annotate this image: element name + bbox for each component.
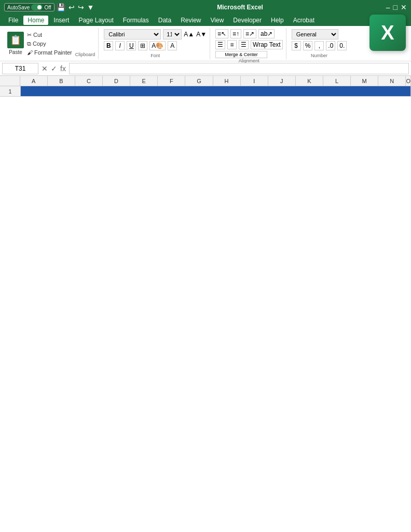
- scissors-icon: ✂: [27, 32, 32, 38]
- col-header-g[interactable]: G: [185, 76, 213, 86]
- menu-home[interactable]: Home: [23, 16, 48, 25]
- menu-view[interactable]: View: [207, 16, 228, 25]
- paste-button[interactable]: 📋 Paste: [7, 32, 24, 55]
- maximize-button[interactable]: □: [393, 3, 398, 11]
- minimize-button[interactable]: –: [386, 3, 390, 11]
- menu-data[interactable]: Data: [154, 16, 175, 25]
- menu-developer[interactable]: Developer: [229, 16, 266, 25]
- title-bar-left: AutoSave Off 💾 ↩ ↪ ▼: [4, 3, 94, 11]
- close-button[interactable]: ✕: [401, 3, 407, 11]
- window-title: Microsoft Excel: [97, 4, 382, 11]
- col-header-j[interactable]: J: [268, 76, 296, 86]
- menu-bar: File Home Insert Page Layout Formulas Da…: [0, 15, 411, 26]
- col-header-k[interactable]: K: [296, 76, 323, 86]
- excel-x-letter: X: [381, 22, 394, 44]
- spreadsheet: 1 Excel 101: [0, 86, 411, 97]
- font-name-select[interactable]: Calibri: [104, 29, 161, 39]
- menu-file[interactable]: File: [4, 16, 22, 25]
- cut-label: Cut: [33, 32, 42, 38]
- align-right-button[interactable]: ☰: [239, 40, 249, 49]
- undo-icon[interactable]: ↩: [68, 3, 75, 11]
- confirm-formula-icon[interactable]: ✓: [51, 64, 57, 73]
- alignment-top-row: ≡↖ ≡↑ ≡↗ ab↗: [215, 29, 283, 38]
- copy-button[interactable]: ⧉ Copy: [26, 40, 73, 48]
- formula-icons: ✕ ✓ fx: [38, 64, 69, 73]
- orientation-button[interactable]: ab↗: [258, 29, 275, 38]
- excel-app: X AutoSave Off 💾 ↩ ↪ ▼ Microsoft Excel –…: [0, 0, 411, 97]
- col-header-e[interactable]: E: [130, 76, 158, 86]
- border-button[interactable]: ⊞: [138, 41, 147, 50]
- cut-button[interactable]: ✂ Cut: [26, 31, 73, 39]
- increase-decimal-button[interactable]: .0: [326, 41, 335, 50]
- menu-insert[interactable]: Insert: [49, 16, 73, 25]
- currency-button[interactable]: $: [292, 41, 301, 50]
- col-header-b[interactable]: B: [48, 76, 75, 86]
- col-header-d[interactable]: D: [103, 76, 130, 86]
- number-format-row: General: [292, 29, 347, 39]
- merge-center-button[interactable]: Merge & Center: [215, 51, 267, 58]
- percent-button[interactable]: %: [303, 41, 313, 50]
- clipboard-small-buttons: ✂ Cut ⧉ Copy 🖌 Format Painter: [26, 31, 73, 56]
- autosave-toggle[interactable]: [31, 4, 43, 10]
- formula-bar: ✕ ✓ fx: [0, 61, 411, 76]
- redo-icon[interactable]: ↪: [78, 3, 84, 11]
- menu-formulas[interactable]: Formulas: [119, 16, 153, 25]
- col-header-c[interactable]: C: [75, 76, 103, 86]
- wrap-text-label: Wrap Text: [253, 41, 281, 48]
- decrease-decimal-button[interactable]: 0.: [337, 41, 347, 50]
- font-size-select[interactable]: 11: [163, 29, 182, 39]
- font-controls: Calibri 11 A▲ A▼ B I U ⊞ A🎨 A: [104, 29, 207, 50]
- italic-button[interactable]: I: [115, 41, 125, 50]
- insert-function-icon[interactable]: fx: [60, 64, 66, 73]
- copy-label: Copy: [33, 41, 46, 47]
- number-format-select[interactable]: General: [292, 29, 338, 39]
- cell-reference-box[interactable]: [2, 63, 38, 74]
- col-header-m[interactable]: M: [351, 76, 378, 86]
- comma-button[interactable]: ,: [314, 41, 324, 50]
- col-header-i[interactable]: I: [241, 76, 268, 86]
- col-header-a[interactable]: A: [20, 76, 48, 86]
- wrap-text-button[interactable]: Wrap Text: [251, 40, 283, 49]
- align-top-center-button[interactable]: ≡↑: [230, 29, 241, 38]
- increase-font-button[interactable]: A▲: [184, 31, 194, 38]
- alignment-bottom-row: ☰ ≡ ☰ Wrap Text: [215, 40, 283, 49]
- col-header-l[interactable]: L: [323, 76, 351, 86]
- col-header-f[interactable]: F: [158, 76, 185, 86]
- formula-input[interactable]: [69, 63, 409, 74]
- save-icon[interactable]: 💾: [57, 3, 65, 11]
- fill-color-button[interactable]: A🎨: [149, 41, 166, 50]
- merge-center-label: Merge & Center: [225, 52, 258, 57]
- align-top-left-button[interactable]: ≡↖: [215, 29, 228, 38]
- number-buttons-row: $ % , .0 0.: [292, 41, 347, 50]
- format-painter-button[interactable]: 🖌 Format Painter: [26, 49, 73, 56]
- menu-review[interactable]: Review: [176, 16, 205, 25]
- toolbar: 📋 Paste ✂ Cut ⧉ Copy 🖌 Format Painter Cl…: [0, 26, 411, 61]
- font-color-button[interactable]: A: [168, 41, 177, 50]
- font-top-row: Calibri 11 A▲ A▼: [104, 29, 207, 39]
- column-headers: A B C D E F G H I J K L M N O: [0, 76, 411, 86]
- flyer-cell[interactable]: Excel 101 WED. & FRI. 3/3/21 & 3/5/21 2 …: [21, 86, 411, 96]
- col-header-h[interactable]: H: [213, 76, 241, 86]
- font-group: Calibri 11 A▲ A▼ B I U ⊞ A🎨 A Font: [101, 28, 210, 59]
- menu-page-layout[interactable]: Page Layout: [74, 16, 117, 25]
- format-painter-label: Format Painter: [34, 49, 72, 56]
- decrease-font-button[interactable]: A▼: [196, 31, 207, 38]
- brush-icon: 🖌: [27, 49, 33, 56]
- customize-icon[interactable]: ▼: [87, 3, 94, 11]
- alignment-merge-row: Merge & Center: [215, 51, 283, 58]
- font-bottom-row: B I U ⊞ A🎨 A: [104, 41, 207, 50]
- menu-help[interactable]: Help: [267, 16, 288, 25]
- align-left-button[interactable]: ☰: [215, 40, 225, 49]
- menu-acrobat[interactable]: Acrobat: [289, 16, 319, 25]
- col-header-o[interactable]: O: [406, 76, 411, 86]
- bold-button[interactable]: B: [104, 41, 113, 50]
- paste-icon: 📋: [7, 32, 24, 48]
- window-controls: – □ ✕: [386, 3, 407, 11]
- align-center-button[interactable]: ≡: [227, 40, 237, 49]
- clipboard-group: 📋 Paste ✂ Cut ⧉ Copy 🖌 Format Painter Cl…: [4, 28, 99, 59]
- col-header-n[interactable]: N: [378, 76, 406, 86]
- align-top-right-button[interactable]: ≡↗: [243, 29, 256, 38]
- underline-button[interactable]: U: [127, 41, 136, 50]
- cancel-formula-icon[interactable]: ✕: [42, 64, 48, 73]
- autosave-pill[interactable]: AutoSave Off: [4, 3, 54, 11]
